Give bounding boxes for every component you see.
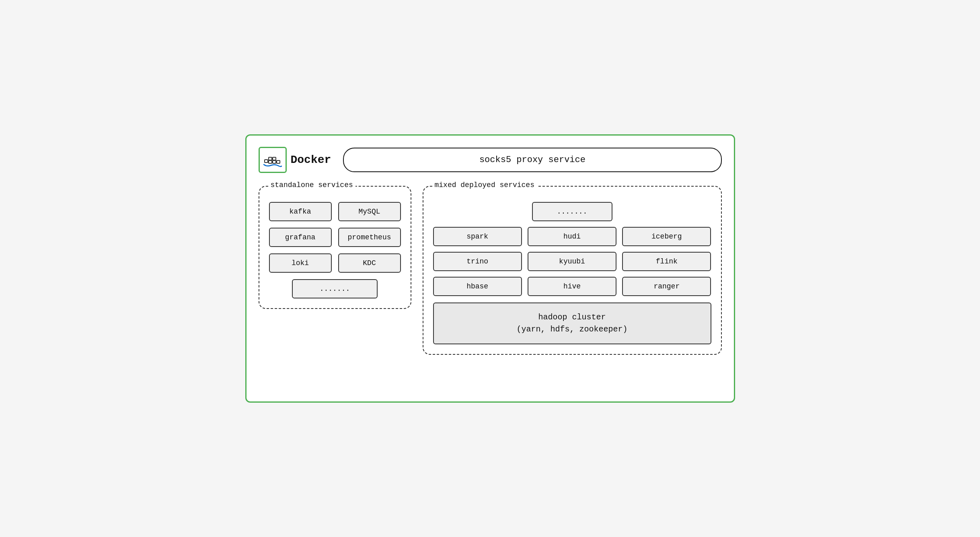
service-spark[interactable]: spark <box>433 227 522 246</box>
service-prometheus[interactable]: prometheus <box>338 228 401 247</box>
mixed-more-btn: ....... <box>532 202 612 221</box>
standalone-grid: kafka MySQL grafana prometheus loki KDC <box>269 202 401 273</box>
docker-icon <box>263 152 282 169</box>
service-flink[interactable]: flink <box>622 252 711 271</box>
main-container: Docker socks5 proxy service standalone s… <box>245 134 735 403</box>
hadoop-cluster-box: hadoop cluster(yarn, hdfs, zookeeper) <box>433 302 711 344</box>
socks5-label: socks5 proxy service <box>479 155 586 165</box>
service-grafana[interactable]: grafana <box>269 228 332 247</box>
svg-rect-0 <box>265 160 268 163</box>
service-hudi[interactable]: hudi <box>528 227 616 246</box>
svg-rect-5 <box>277 160 280 163</box>
mixed-grid: spark hudi iceberg trino kyuubi flink hb… <box>433 227 711 296</box>
service-kafka[interactable]: kafka <box>269 202 332 221</box>
svg-rect-2 <box>269 160 272 163</box>
mixed-top-more: ....... <box>433 202 711 221</box>
standalone-label: standalone services <box>268 181 355 189</box>
docker-logo-box <box>259 147 287 173</box>
svg-rect-1 <box>269 157 272 160</box>
service-mysql[interactable]: MySQL <box>338 202 401 221</box>
mixed-label: mixed deployed services <box>432 181 537 189</box>
standalone-more: ....... <box>269 279 401 298</box>
service-trino[interactable]: trino <box>433 252 522 271</box>
docker-logo: Docker <box>259 147 331 173</box>
service-kyuubi[interactable]: kyuubi <box>528 252 616 271</box>
service-loki[interactable]: loki <box>269 253 332 273</box>
service-kdc[interactable]: KDC <box>338 253 401 273</box>
header-row: Docker socks5 proxy service <box>259 147 722 173</box>
service-ranger[interactable]: ranger <box>622 277 711 296</box>
svg-rect-4 <box>273 160 276 163</box>
service-hbase[interactable]: hbase <box>433 277 522 296</box>
hadoop-label: hadoop cluster(yarn, hdfs, zookeeper) <box>516 313 627 334</box>
svg-rect-3 <box>273 157 276 160</box>
docker-label: Docker <box>291 154 331 166</box>
mixed-services-box: mixed deployed services ....... spark hu… <box>423 186 722 355</box>
socks5-proxy-box: socks5 proxy service <box>343 148 721 172</box>
service-iceberg[interactable]: iceberg <box>622 227 711 246</box>
content-row: standalone services kafka MySQL grafana … <box>259 186 722 355</box>
standalone-more-btn: ....... <box>292 279 378 298</box>
service-hive[interactable]: hive <box>528 277 616 296</box>
standalone-services-box: standalone services kafka MySQL grafana … <box>259 186 411 309</box>
